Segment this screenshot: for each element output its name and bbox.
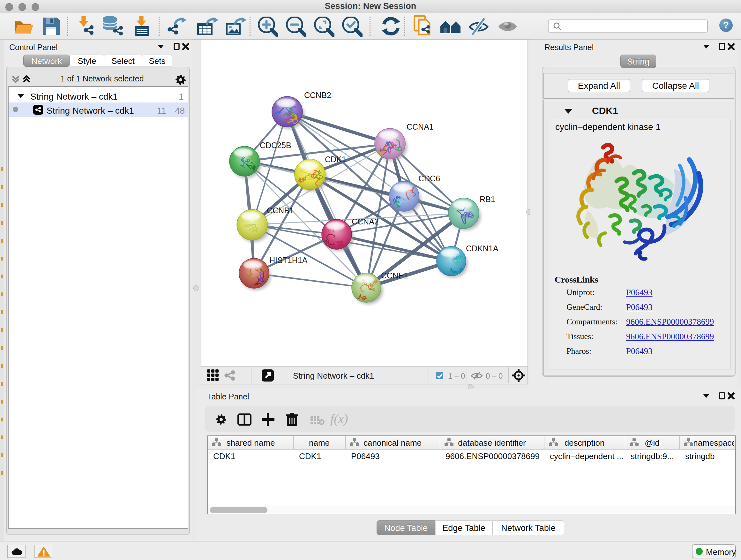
svg-text:CDK1: CDK1 xyxy=(325,155,346,164)
svg-text:CDC25B: CDC25B xyxy=(260,141,291,150)
svg-text:CDKN1A: CDKN1A xyxy=(466,244,498,253)
svg-text:HIST1H1A: HIST1H1A xyxy=(269,256,308,265)
svg-text:CCNA1: CCNA1 xyxy=(407,122,434,131)
svg-text:CCNB1: CCNB1 xyxy=(267,206,294,215)
svg-text:CDC6: CDC6 xyxy=(418,174,440,183)
svg-text:RB1: RB1 xyxy=(480,195,495,204)
svg-text:CCNA2: CCNA2 xyxy=(352,217,379,226)
svg-text:CCNE1: CCNE1 xyxy=(381,271,408,280)
svg-text:CCNB2: CCNB2 xyxy=(304,91,331,100)
